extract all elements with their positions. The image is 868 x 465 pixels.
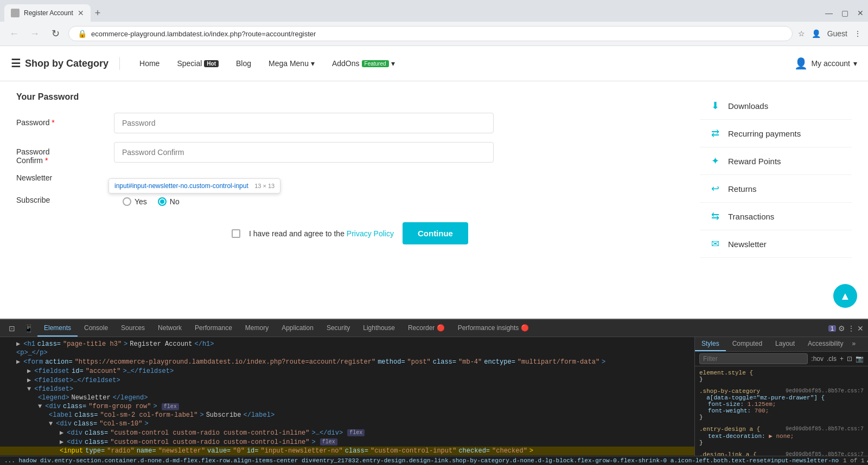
sidebar-item-reward-points[interactable]: ✦ Reward Points xyxy=(700,147,852,175)
recurring-payments-icon: ⇄ xyxy=(709,127,722,139)
sidebar-returns-label: Returns xyxy=(728,184,757,193)
featured-badge: Featured xyxy=(362,60,389,67)
nav-brand[interactable]: ☰ Shop by Category xyxy=(11,57,120,70)
nav-mega-menu[interactable]: Mega Menu ▾ xyxy=(260,55,323,72)
transactions-icon: ⇆ xyxy=(709,210,722,222)
main-area: Your Password Password * Password Confir… xyxy=(0,81,868,269)
subscribe-label: Subscribe xyxy=(16,192,103,204)
tab-bar: Register Account ✕ + — ▢ ✕ xyxy=(0,0,868,22)
page-wrapper: ☰ Shop by Category Home Special Hot Blog… xyxy=(0,46,868,319)
close-icon[interactable]: ✕ xyxy=(857,9,864,17)
sidebar-item-downloads[interactable]: ⬇ Downloads xyxy=(700,92,852,120)
password-confirm-input[interactable] xyxy=(114,142,494,163)
tooltip-text: input#input-newsletter-no.custom-control… xyxy=(114,182,248,190)
agreement-row: I have read and agree to the Privacy Pol… xyxy=(16,222,684,244)
newsletter-icon: ✉ xyxy=(709,238,722,250)
reload-button[interactable]: ↻ xyxy=(48,28,63,40)
browser-controls: ☆ 👤 Guest ⋮ xyxy=(798,29,861,38)
hamburger-icon: ☰ xyxy=(11,57,21,70)
radio-yes-option[interactable]: Yes xyxy=(123,197,147,206)
required-star: * xyxy=(52,118,54,127)
devtools-panel: ⊡ 📱 Elements Console Sources Network Per… xyxy=(0,319,868,319)
window-controls: — ▢ ✕ xyxy=(825,9,864,17)
brand-label: Shop by Category xyxy=(25,58,108,69)
tab-close-button[interactable]: ✕ xyxy=(78,9,84,17)
nav-account[interactable]: 👤 My account ▾ xyxy=(794,57,857,70)
tab-title: Register Account xyxy=(24,9,73,17)
sidebar-item-transactions[interactable]: ⇆ Transactions xyxy=(700,203,852,230)
required-star-confirm: * xyxy=(45,156,48,165)
bookmarks-icon[interactable]: ☆ xyxy=(798,29,805,38)
url-text: ecommerce-playground.lambdatest.io/index… xyxy=(91,30,783,38)
account-circle-icon: 👤 xyxy=(794,57,808,70)
radio-group: Yes No xyxy=(123,194,180,206)
tooltip-size: 13 × 13 xyxy=(254,183,275,189)
yes-label: Yes xyxy=(135,197,147,206)
navbar: ☰ Shop by Category Home Special Hot Blog… xyxy=(0,46,868,81)
section-title: Your Password xyxy=(16,92,684,102)
sidebar-transactions-label: Transactions xyxy=(728,212,774,221)
my-account-label: My account xyxy=(811,59,850,68)
newsletter-label: Newsletter xyxy=(16,173,103,182)
no-label: No xyxy=(170,197,180,206)
sidebar-item-recurring-payments[interactable]: ⇄ Recurring payments xyxy=(700,120,852,147)
downloads-icon: ⬇ xyxy=(709,100,722,112)
lock-icon: 🔒 xyxy=(78,29,87,38)
radio-yes-btn[interactable] xyxy=(123,197,131,206)
continue-button[interactable]: Continue xyxy=(403,222,468,244)
extensions-icon[interactable]: ⋮ xyxy=(854,29,861,38)
password-confirm-label: Password Confirm * xyxy=(16,142,103,165)
sidebar-newsletter-label: Newsletter xyxy=(728,240,767,249)
sidebar-reward-label: Reward Points xyxy=(728,157,781,166)
nav-home[interactable]: Home xyxy=(131,55,168,72)
agreement-text: I have read and agree to the Privacy Pol… xyxy=(249,229,394,238)
sidebar-item-returns[interactable]: ↩ Returns xyxy=(700,175,852,203)
sidebar-item-newsletter[interactable]: ✉ Newsletter xyxy=(700,230,852,258)
hot-badge: Hot xyxy=(204,60,219,67)
radio-no-option[interactable]: No xyxy=(158,197,180,206)
privacy-policy-link[interactable]: Privacy Policy xyxy=(347,229,394,238)
minimize-icon[interactable]: — xyxy=(825,9,833,17)
form-area: Your Password Password * Password Confir… xyxy=(16,92,684,258)
maximize-icon[interactable]: ▢ xyxy=(841,9,848,17)
password-confirm-group: Password Confirm * xyxy=(16,142,684,165)
sidebar-recurring-label: Recurring payments xyxy=(728,129,801,138)
nav-links: Home Special Hot Blog Mega Menu ▾ AddOns… xyxy=(131,55,794,72)
tab-favicon xyxy=(11,9,20,17)
address-bar[interactable]: 🔒 ecommerce-playground.lambdatest.io/ind… xyxy=(68,26,793,41)
address-bar-row: ← → ↻ 🔒 ecommerce-playground.lambdatest.… xyxy=(0,22,868,46)
back-button[interactable]: ← xyxy=(7,28,22,40)
sidebar-downloads-label: Downloads xyxy=(728,101,768,111)
forward-button[interactable]: → xyxy=(27,28,42,40)
returns-icon: ↩ xyxy=(709,183,722,195)
password-input[interactable] xyxy=(114,113,494,133)
sidebar: ⬇ Downloads ⇄ Recurring payments ✦ Rewar… xyxy=(700,92,852,258)
password-group: Password * xyxy=(16,113,684,133)
nav-special[interactable]: Special Hot xyxy=(168,55,227,72)
browser-tab[interactable]: Register Account ✕ xyxy=(4,4,91,22)
password-label: Password * xyxy=(16,113,103,127)
radio-no-btn[interactable] xyxy=(158,197,167,206)
account-icon[interactable]: 👤 xyxy=(812,29,821,38)
agreement-checkbox[interactable] xyxy=(232,229,240,238)
nav-addons[interactable]: AddOns Featured ▾ xyxy=(323,55,404,72)
reward-points-icon: ✦ xyxy=(709,155,722,167)
new-tab-button[interactable]: + xyxy=(95,8,101,19)
scroll-to-top-button[interactable]: ▲ xyxy=(833,284,857,308)
nav-blog[interactable]: Blog xyxy=(227,55,260,72)
tooltip: input#input-newsletter-no.custom-control… xyxy=(108,178,280,193)
browser-chrome: Register Account ✕ + — ▢ ✕ ← → ↻ 🔒 ecomm… xyxy=(0,0,868,46)
guest-label: Guest xyxy=(827,29,847,38)
subscribe-group: Subscribe input#input-newsletter-no.cust… xyxy=(16,191,684,206)
